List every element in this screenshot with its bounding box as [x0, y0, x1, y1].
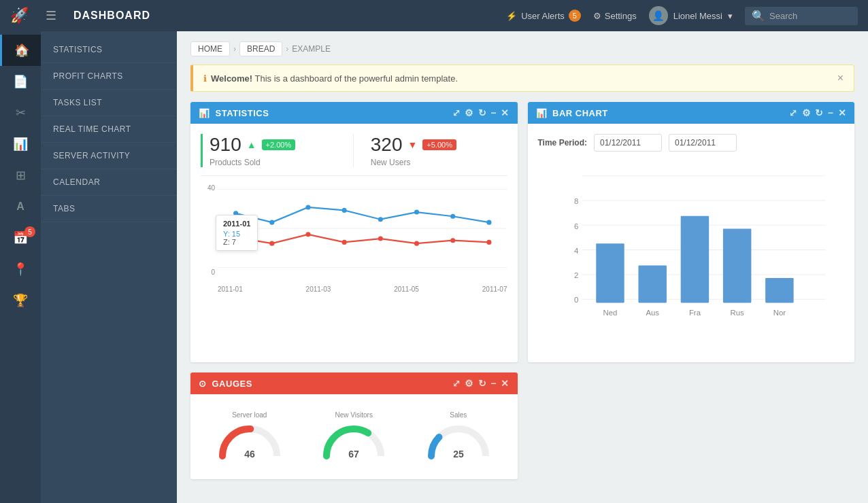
breadcrumb-bread[interactable]: BREAD	[239, 41, 282, 56]
x-label-1: 2011-01	[218, 285, 243, 293]
alert-text: ℹ Welcome! This is a dashboard of the po…	[203, 73, 458, 84]
sidebar-item-calendar[interactable]: CALENDAR	[41, 169, 177, 196]
sidebar-item-statistics[interactable]: STATISTICS	[41, 37, 177, 63]
search-icon: 🔍	[752, 10, 765, 22]
settings-icon-3[interactable]: ⚙	[465, 378, 474, 389]
bar-icon: 📊	[536, 108, 548, 118]
time-period-label: Time Period:	[538, 138, 587, 148]
refresh-icon-2[interactable]: ↻	[815, 107, 824, 118]
svg-text:8: 8	[573, 197, 578, 205]
expand-icon-2[interactable]: ⤢	[789, 107, 798, 118]
time-period-section: Time Period:	[538, 134, 845, 152]
sidebar-icon-calendar[interactable]: 📅 5	[0, 222, 41, 254]
svg-point-5	[305, 205, 310, 209]
close-icon-2[interactable]: ✕	[838, 107, 847, 118]
settings-button[interactable]: ⚙ Settings	[593, 11, 637, 21]
text-sidebar: STATISTICS PROFIT CHARTS TASKS LIST REAL…	[41, 31, 177, 503]
minimize-icon-3[interactable]: −	[490, 378, 497, 389]
svg-point-14	[342, 240, 347, 245]
sidebar-icon-docs[interactable]: 📄	[0, 66, 41, 97]
trend-up-icon: ▲	[247, 139, 256, 150]
close-icon[interactable]: ✕	[501, 107, 510, 118]
gear-icon: ⚙	[593, 11, 601, 21]
gauges-panel-body: Server load 46 New Visitors	[190, 394, 518, 479]
gauge2-svg: 67	[320, 422, 388, 459]
statistics-panel: 📊 STATISTICS ⤢ ⚙ ↻ − ✕	[190, 102, 518, 362]
breadcrumb-home[interactable]: HOME	[190, 41, 230, 56]
bar-chart-body: Time Period:	[528, 124, 855, 362]
gauge-sales: Sales 25	[410, 411, 507, 462]
sidebar-icon-text[interactable]: A	[0, 191, 41, 222]
date-to-input[interactable]	[669, 134, 737, 152]
gauge1-label: Server load	[201, 411, 299, 419]
breadcrumb: HOME › BREAD › EXAMPLE	[190, 41, 854, 56]
refresh-icon[interactable]: ↻	[478, 107, 487, 118]
minimize-icon-2[interactable]: −	[828, 107, 834, 118]
search-input[interactable]	[769, 11, 851, 21]
statistics-panel-title: 📊 STATISTICS	[199, 108, 269, 118]
chart-tooltip: 2011-01 Y: 15 Z: 7	[216, 215, 258, 251]
search-box[interactable]: 🔍	[745, 7, 858, 25]
sidebar-icon-trophy[interactable]: 🏆	[0, 285, 41, 316]
sidebar-item-tabs[interactable]: TABS	[41, 196, 177, 222]
close-icon-3[interactable]: ✕	[501, 378, 510, 389]
sidebar-icon-scissors[interactable]: ✂	[0, 97, 41, 128]
sidebar-item-real-time-chart[interactable]: REAL TIME CHART	[41, 116, 177, 143]
menu-icon[interactable]: ☰	[46, 8, 56, 23]
user-menu[interactable]: 👤 Lionel Messi ▾	[649, 6, 733, 25]
gauges-panel-title: ⊙ GAUGES	[199, 379, 252, 389]
breadcrumb-current: EXAMPLE	[292, 44, 331, 54]
sidebar-item-profit-charts[interactable]: PROFIT CHARTS	[41, 63, 177, 90]
date-from-input[interactable]	[594, 134, 662, 152]
bar-chart-panel: 📊 BAR CHART ⤢ ⚙ ↻ − ✕ Time Period:	[528, 102, 855, 362]
sidebar-item-server-activity[interactable]: SERVER ACTIVITY	[41, 143, 177, 169]
svg-point-13	[305, 232, 310, 237]
expand-icon-3[interactable]: ⤢	[452, 378, 461, 389]
main-content: HOME › BREAD › EXAMPLE ℹ Welcome! This i…	[177, 31, 868, 503]
sidebar-item-tasks-list[interactable]: TASKS LIST	[41, 90, 177, 116]
topbar-actions: ⚡ User Alerts 5 ⚙ Settings 👤 Lionel Mess…	[506, 6, 858, 25]
svg-point-17	[450, 238, 455, 243]
x-label-4: 2011-07	[482, 285, 507, 293]
bar-chart-area: 0 2 4 6 8	[538, 162, 845, 352]
bar-chart-panel-actions: ⤢ ⚙ ↻ − ✕	[789, 107, 846, 118]
tooltip-z: Z: 7	[223, 238, 250, 246]
svg-text:25: 25	[453, 449, 464, 459]
expand-icon[interactable]: ⤢	[452, 107, 461, 118]
stat-new-users: 320 ▼ +5.00% New Users	[361, 134, 507, 167]
dropdown-icon: ▾	[728, 11, 733, 21]
user-alerts-button[interactable]: ⚡ User Alerts 5	[506, 10, 581, 22]
bar-chart-panel-header: 📊 BAR CHART ⤢ ⚙ ↻ − ✕	[528, 102, 855, 124]
svg-point-8	[414, 210, 419, 215]
svg-point-12	[269, 241, 274, 246]
logo-icon: 🚀	[10, 7, 29, 24]
stat1-value: 910 ▲ +2.00%	[210, 134, 336, 156]
stat1-label: Products Sold	[210, 158, 336, 167]
bar-chart-svg: 0 2 4 6 8	[538, 162, 845, 352]
gauge2-label: New Visitors	[305, 411, 403, 419]
statistics-panel-actions: ⤢ ⚙ ↻ − ✕	[452, 107, 510, 118]
stat2-label: New Users	[371, 158, 497, 167]
icon-sidebar: 🏠 📄 ✂ 📊 ⊞ A 📅 5 📍 🏆	[0, 31, 41, 503]
refresh-icon-3[interactable]: ↻	[478, 378, 487, 389]
settings-icon[interactable]: ⚙	[465, 107, 474, 118]
bar-chart-panel-title: 📊 BAR CHART	[536, 108, 608, 118]
tooltip-date: 2011-01	[223, 220, 250, 228]
statistics-panel-body: 910 ▲ +2.00% Products Sold 320 ▼ +5.0	[190, 124, 518, 303]
sidebar-icon-grid[interactable]: ⊞	[0, 160, 41, 191]
sidebar-icon-chart[interactable]: 📊	[0, 128, 41, 160]
svg-point-16	[414, 241, 419, 246]
info-icon: ℹ	[203, 73, 207, 84]
topbar: 🚀 ☰ DASHBOARD ⚡ User Alerts 5 ⚙ Settings…	[0, 0, 868, 31]
sidebar-icon-location[interactable]: 📍	[0, 254, 41, 285]
minimize-icon[interactable]: −	[490, 107, 497, 118]
sidebar-icon-home[interactable]: 🏠	[0, 35, 41, 66]
page-title: DASHBOARD	[73, 10, 496, 22]
svg-text:Rus: Rus	[730, 309, 744, 317]
gauge1-svg: 46	[216, 422, 284, 459]
svg-text:0: 0	[573, 296, 578, 304]
calendar-badge: 5	[24, 226, 35, 237]
settings-icon-2[interactable]: ⚙	[802, 107, 812, 118]
svg-text:46: 46	[244, 449, 255, 459]
alert-close-button[interactable]: ×	[837, 72, 844, 84]
